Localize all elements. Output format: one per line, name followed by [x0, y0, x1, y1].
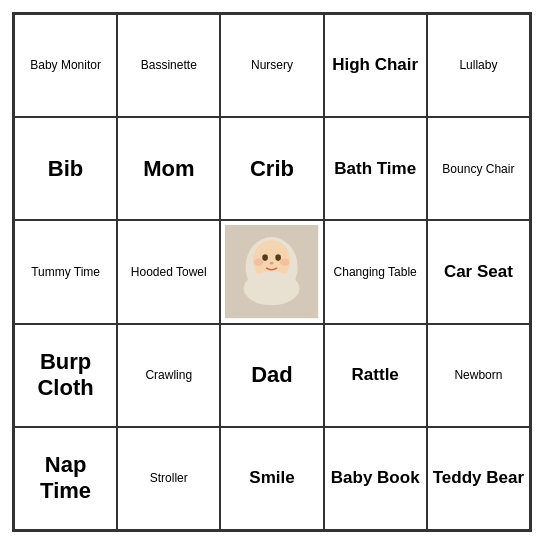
cell-label-r3c3: Rattle	[352, 365, 399, 385]
cell-r3c3: Rattle	[324, 324, 427, 427]
cell-label-r1c4: Bouncy Chair	[442, 162, 514, 176]
cell-r1c0: Bib	[14, 117, 117, 220]
cell-label-r2c1: Hooded Towel	[131, 265, 207, 279]
cell-r2c0: Tummy Time	[14, 220, 117, 323]
cell-label-r3c0: Burp Cloth	[19, 349, 112, 402]
svg-point-5	[270, 262, 274, 265]
svg-point-8	[280, 259, 289, 266]
bingo-board: Baby MonitorBassinetteNurseryHigh ChairL…	[12, 12, 532, 532]
cell-label-r4c0: Nap Time	[19, 452, 112, 505]
cell-r0c3: High Chair	[324, 14, 427, 117]
cell-label-r3c2: Dad	[251, 362, 293, 388]
svg-point-7	[254, 259, 263, 266]
svg-point-6	[244, 272, 300, 306]
cell-label-r0c0: Baby Monitor	[30, 58, 101, 72]
svg-point-4	[276, 255, 282, 262]
cell-label-r2c4: Car Seat	[444, 262, 513, 282]
cell-r1c2: Crib	[220, 117, 323, 220]
cell-r0c1: Bassinette	[117, 14, 220, 117]
cell-label-r4c1: Stroller	[150, 471, 188, 485]
cell-label-r3c1: Crawling	[145, 368, 192, 382]
cell-label-r1c3: Bath Time	[334, 159, 416, 179]
cell-label-r1c0: Bib	[48, 156, 83, 182]
cell-label-r0c4: Lullaby	[459, 58, 497, 72]
cell-r3c2: Dad	[220, 324, 323, 427]
cell-r3c1: Crawling	[117, 324, 220, 427]
cell-r2c2	[220, 220, 323, 323]
cell-label-r0c3: High Chair	[332, 55, 418, 75]
cell-r4c3: Baby Book	[324, 427, 427, 530]
cell-r2c1: Hooded Towel	[117, 220, 220, 323]
cell-r3c4: Newborn	[427, 324, 530, 427]
cell-label-r2c3: Changing Table	[334, 265, 417, 279]
cell-r0c0: Baby Monitor	[14, 14, 117, 117]
cell-r2c3: Changing Table	[324, 220, 427, 323]
cell-label-r4c4: Teddy Bear	[433, 468, 524, 488]
cell-r3c0: Burp Cloth	[14, 324, 117, 427]
cell-r1c4: Bouncy Chair	[427, 117, 530, 220]
cell-r4c2: Smile	[220, 427, 323, 530]
cell-label-r2c0: Tummy Time	[31, 265, 100, 279]
cell-r1c1: Mom	[117, 117, 220, 220]
cell-r2c4: Car Seat	[427, 220, 530, 323]
cell-r1c3: Bath Time	[324, 117, 427, 220]
cell-label-r3c4: Newborn	[454, 368, 502, 382]
cell-r4c0: Nap Time	[14, 427, 117, 530]
cell-label-r4c3: Baby Book	[331, 468, 420, 488]
cell-r0c2: Nursery	[220, 14, 323, 117]
cell-label-r0c1: Bassinette	[141, 58, 197, 72]
cell-r4c4: Teddy Bear	[427, 427, 530, 530]
cell-label-r0c2: Nursery	[251, 58, 293, 72]
cell-r4c1: Stroller	[117, 427, 220, 530]
cell-label-r1c1: Mom	[143, 156, 194, 182]
cell-label-r4c2: Smile	[249, 468, 294, 488]
cell-r0c4: Lullaby	[427, 14, 530, 117]
cell-label-r1c2: Crib	[250, 156, 294, 182]
svg-point-3	[263, 255, 269, 262]
